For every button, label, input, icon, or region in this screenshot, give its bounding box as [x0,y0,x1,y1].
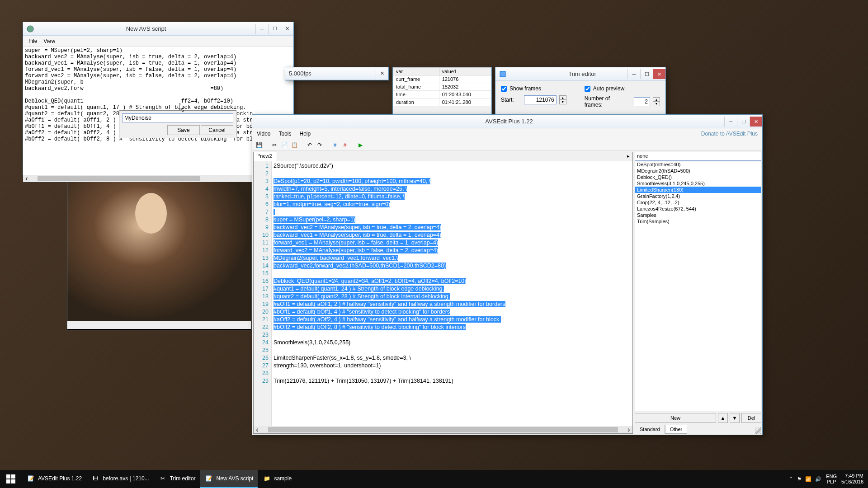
list-item[interactable]: Trim(Samples) [635,218,761,225]
taskbar-item[interactable]: 🎞before.avs | 1210... [86,470,154,488]
snippet-list[interactable]: DeSpot(mthres=40)MDegrain2(thSAD=500)Deb… [635,161,761,411]
close-button[interactable]: ✕ [750,117,762,127]
app-icon: ✂ [158,474,167,483]
svg-rect-5 [11,479,15,483]
cancel-button[interactable]: Cancel [201,125,233,135]
menu-help[interactable]: Help [300,131,311,137]
move-up-button[interactable]: ▲ [718,413,728,423]
svg-point-0 [27,26,33,32]
window-title: New AVS script [37,25,255,32]
save-icon[interactable]: 💾 [255,141,263,149]
maximize-button[interactable]: ☐ [268,24,281,34]
close-button[interactable]: ✕ [653,69,665,79]
start-button[interactable] [0,470,22,488]
titlebar[interactable]: 5.000fps ✕ [285,67,388,80]
taskbar-item[interactable]: 📝AVSEdit Plus 1.22 [22,470,86,488]
redo-icon[interactable]: ↷ [316,141,324,149]
new-button[interactable]: New [635,413,716,423]
donate-link[interactable]: Donate to AVSEdit Plus [701,131,758,137]
menu-tools[interactable]: Tools [278,131,291,137]
app-icon: 🎞 [91,474,100,483]
clock[interactable]: 7:49 PM 5/16/2016 [841,473,863,485]
titlebar[interactable]: Trim editor ─ ☐ ✕ [495,67,665,81]
svg-rect-3 [11,474,15,479]
start-spinner[interactable]: ▲▼ [559,95,566,104]
minimize-button[interactable]: ─ [627,69,640,79]
window-title: AVSEdit Plus 1.22 [485,118,533,125]
maximize-button[interactable]: ☐ [737,117,750,127]
table-row: curr_frame121076 [393,75,491,83]
auto-preview-checkbox[interactable]: Auto preview [585,85,660,92]
tab-standard[interactable]: Standard [635,425,665,434]
table-row: total_frame152032 [393,83,491,91]
code-area[interactable]: 2Source(".\source.d2v") DeSpot(p1=20, p2… [272,161,632,426]
taskbar: 📝AVSEdit Plus 1.22 🎞before.avs | 1210...… [0,470,868,488]
snippet-combo[interactable]: none [635,152,761,161]
window-title: 5.000fps [289,70,311,77]
cut-icon[interactable]: ✂ [270,141,278,149]
copy-icon[interactable]: 📄 [280,141,288,149]
preview-slider[interactable] [67,321,251,329]
close-button[interactable]: ✕ [376,69,388,79]
list-item[interactable]: Crop(22, 4, -12, -2) [635,199,761,206]
lang-indicator[interactable]: ENG [826,474,837,479]
tab-new2[interactable]: *new2 [254,152,277,161]
hash-blue-icon[interactable]: # [331,141,339,149]
maximize-button[interactable]: ☐ [640,69,653,79]
video-preview-window [67,174,251,330]
minimize-button[interactable]: ─ [724,117,737,127]
list-item[interactable]: MDegrain2(thSAD=500) [635,168,761,174]
taskbar-item[interactable]: 📁sample [258,470,296,488]
menu-view[interactable]: View [43,38,55,44]
nframes-spinner[interactable]: ▲▼ [653,97,660,106]
save-button[interactable]: Save [167,125,200,135]
table-row: time01:20:43.040 [393,91,491,99]
menu-file[interactable]: File [28,38,37,44]
lang-indicator2[interactable]: PLP [826,479,837,484]
hash-red-icon[interactable]: # [341,141,349,149]
preview-frame [67,175,251,321]
snippets-panel: none DeSpot(mthres=40)MDegrain2(thSAD=50… [635,152,761,434]
app-icon: 📝 [205,474,214,483]
close-button[interactable]: ✕ [281,24,293,34]
window-title: Trim editor [568,70,596,77]
resize-grip[interactable] [755,427,761,434]
taskbar-item[interactable]: ✂Trim editor [154,470,200,488]
app-icon [27,25,34,33]
svg-rect-2 [6,474,10,479]
list-item[interactable]: GrainFactory(1,2,4) [635,193,761,199]
paste-icon[interactable]: 📋 [290,141,298,149]
tray-icon[interactable]: ⚑ [797,476,802,482]
nframes-field: Number of frames: ▲▼ [585,95,660,108]
name-input[interactable] [122,113,233,122]
list-item[interactable]: Lanczos4Resize(672, 544) [635,206,761,212]
svg-rect-4 [6,479,10,483]
titlebar[interactable]: AVSEdit Plus 1.22 ─ ☐ ✕ [252,115,762,128]
list-item[interactable]: Smoothlevels(3,1.0,245,0,255) [635,180,761,187]
svg-rect-1 [500,71,505,77]
tab-other[interactable]: Other [665,425,688,434]
del-button[interactable]: Del [741,413,761,423]
undo-icon[interactable]: ↶ [306,141,314,149]
titlebar[interactable]: New AVS script ─ ☐ ✕ [23,22,293,36]
move-down-button[interactable]: ▼ [730,413,740,423]
list-item[interactable]: LimitedSharpen(130) [635,187,761,193]
app-icon [499,70,506,78]
tab-menu-icon[interactable]: ▸ [624,152,632,161]
volume-icon[interactable]: 🔊 [815,476,821,482]
play-icon[interactable]: ▶ [356,141,364,149]
editor-tabs: *new2 ▸ [254,152,632,161]
variables-window: varvalue1 curr_frame121076 total_frame15… [392,67,492,116]
minimize-button[interactable]: ─ [255,24,268,34]
list-item[interactable]: Deblock_QED() [635,174,761,180]
show-frames-checkbox[interactable]: Show frames [501,85,566,92]
menu-video[interactable]: Video [257,131,270,137]
taskbar-item[interactable]: 📝New AVS script [200,470,258,488]
list-item[interactable]: DeSpot(mthres=40) [635,161,761,168]
list-item[interactable]: Samples [635,212,761,218]
hscrollbar[interactable]: ‹› [254,426,632,433]
network-icon[interactable]: 📶 [805,476,811,482]
folder-icon: 📁 [262,474,271,483]
avsedit-main-window: AVSEdit Plus 1.22 ─ ☐ ✕ Video Tools Help… [252,114,763,435]
tray-chevron-icon[interactable]: ˄ [790,476,793,482]
